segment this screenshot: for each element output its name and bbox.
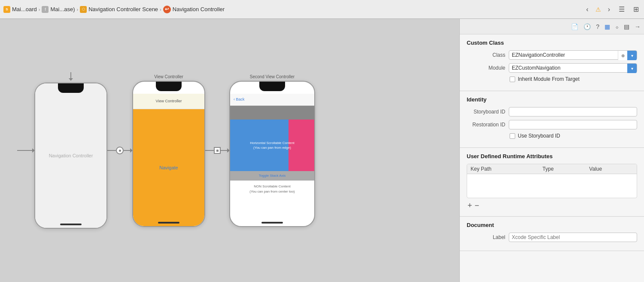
- svc-back-btn: ‹ Back: [234, 97, 245, 101]
- svc-non-scrollable-text: NON Scrollable Content(You can pan from …: [249, 184, 295, 194]
- panel-arrow-btn[interactable]: →: [635, 23, 641, 30]
- breadcrumb-scene-label: Navigation Controller Scene: [88, 6, 158, 12]
- module-input[interactable]: EZCustomNavigation ▾: [509, 63, 637, 73]
- module-field-row: Module EZCustomNavigation ▾: [467, 63, 637, 73]
- restoration-id-input[interactable]: [509, 120, 637, 129]
- vc-nav-bar: View Controller: [133, 94, 204, 109]
- inherit-checkbox[interactable]: [510, 77, 515, 82]
- conn-circle-1: [116, 147, 124, 154]
- module-label: Module: [467, 65, 505, 71]
- attr-table-area: Key Path Type Value: [467, 164, 637, 198]
- nav-controller-wrapper: Navigation Controller: [34, 72, 107, 229]
- document-title: Document: [467, 222, 637, 228]
- class-label: Class: [467, 52, 505, 58]
- identity-section: Identity Storyboard ID Restoration ID Us…: [460, 91, 644, 148]
- document-label-row: Label: [467, 233, 637, 242]
- storyboard-id-row: Storyboard ID: [467, 107, 637, 116]
- prev-button[interactable]: ‹: [584, 5, 590, 14]
- custom-class-title: Custom Class: [467, 40, 637, 46]
- class-field-row: Class EZNavigationController ⊕ ▾: [467, 50, 637, 60]
- add-editor-button[interactable]: ⊞: [632, 4, 641, 14]
- use-storyboard-checkbox[interactable]: [510, 133, 515, 139]
- user-defined-section: User Defined Runtime Attributes Key Path…: [460, 148, 644, 217]
- panel-slider-btn[interactable]: ▤: [624, 23, 629, 30]
- svc-gray-bar: [230, 106, 314, 120]
- panel-file-btn[interactable]: 📄: [571, 23, 578, 30]
- nav-icon: ↩: [163, 6, 171, 13]
- warning-icon: ⚠: [595, 6, 601, 13]
- scene-icon: ⬡: [80, 6, 87, 13]
- right-panel: 📄 🕐 ? ▦ ⬦ ▤ → Custom Class Class EZNavig…: [459, 19, 644, 282]
- class-dropdown-btn[interactable]: ▾: [627, 51, 637, 60]
- use-storyboard-label: Use Storyboard ID: [518, 133, 560, 139]
- main-toolbar: S Mai...oard › f Mai...ase) › ⬡ Navigati…: [0, 0, 644, 19]
- remove-attribute-btn[interactable]: −: [474, 202, 480, 209]
- breadcrumb-nav-label: Navigation Controller: [173, 6, 225, 12]
- col-value: Value: [586, 164, 637, 174]
- class-info-btn[interactable]: ⊕: [618, 51, 627, 60]
- attr-table: Key Path Type Value: [467, 164, 637, 174]
- document-label-label: Label: [467, 234, 505, 240]
- breadcrumb: S Mai...oard › f Mai...ase) › ⬡ Navigati…: [3, 6, 584, 13]
- vc-phone-label: View Controller: [154, 74, 183, 79]
- svc-body: Horizontal Scrollable Content(You can pa…: [230, 106, 314, 226]
- document-label-input[interactable]: [509, 233, 637, 242]
- storyboard-id-input[interactable]: [509, 107, 637, 116]
- nav-controller-label: Navigation Controller: [49, 153, 93, 158]
- second-vc-wrapper: Second View Controller ‹ Back Horizontal…: [229, 74, 315, 227]
- col-keypath: Key Path: [467, 164, 539, 174]
- storyboard-id-label: Storyboard ID: [467, 109, 505, 115]
- home-bar-3: [261, 222, 283, 224]
- add-attribute-btn[interactable]: +: [467, 202, 473, 209]
- panel-pin-btn[interactable]: ⬦: [615, 23, 619, 30]
- file-icon: f: [42, 6, 49, 13]
- home-bar-2: [158, 222, 179, 224]
- breadcrumb-sep-3: ›: [160, 7, 161, 12]
- canvas[interactable]: Navigation Controller View Controller Vi…: [0, 19, 459, 282]
- phone-notch-1: [58, 83, 84, 93]
- svc-content: ‹ Back Horizontal Scrollable Content(You…: [230, 94, 314, 226]
- class-value: EZNavigationController: [512, 52, 565, 58]
- panel-identity-btn[interactable]: ▦: [605, 23, 610, 30]
- panel-help-btn[interactable]: ?: [596, 23, 599, 30]
- panel-clock-btn[interactable]: 🕐: [583, 23, 591, 30]
- vc-content: View Controller Navigate: [133, 94, 204, 226]
- svc-colored-section: Horizontal Scrollable Content(You can pa…: [230, 120, 314, 171]
- breadcrumb-item-scene[interactable]: ⬡ Navigation Controller Scene: [80, 6, 158, 13]
- main-area: Navigation Controller View Controller Vi…: [0, 19, 644, 282]
- nav-controller-phone[interactable]: Navigation Controller: [34, 83, 107, 229]
- breadcrumb-item-file[interactable]: f Mai...ase): [42, 6, 75, 13]
- menu-button[interactable]: ☰: [617, 4, 626, 14]
- conn-square-2: [214, 147, 221, 154]
- second-vc-label: Second View Controller: [250, 74, 295, 79]
- nav-phone-content: Navigation Controller: [35, 83, 106, 228]
- user-defined-title: User Defined Runtime Attributes: [467, 153, 637, 159]
- breadcrumb-item-storyboard[interactable]: S Mai...oard: [3, 6, 37, 13]
- connector-2: [205, 147, 229, 154]
- use-storyboard-row: Use Storyboard ID: [510, 133, 637, 139]
- breadcrumb-sep-2: ›: [77, 7, 79, 12]
- restoration-id-label: Restoration ID: [467, 122, 505, 128]
- view-controller-wrapper: View Controller View Controller Navigate: [132, 74, 205, 227]
- storyboard-icon: S: [3, 6, 10, 13]
- breadcrumb-storyboard-label: Mai...oard: [12, 6, 37, 12]
- svc-nav-bar: ‹ Back: [230, 94, 314, 106]
- vc-phone[interactable]: View Controller Navigate: [132, 81, 205, 227]
- panel-toolbar: 📄 🕐 ? ▦ ⬦ ▤ →: [460, 19, 644, 34]
- module-dropdown-btn[interactable]: ▾: [627, 64, 637, 73]
- second-vc-phone[interactable]: ‹ Back Horizontal Scrollable Content(You…: [229, 81, 315, 227]
- inherit-label: Inherit Module From Target: [518, 76, 580, 82]
- inherit-module-row: Inherit Module From Target: [510, 76, 637, 82]
- connector-1: [107, 147, 132, 154]
- navigate-label: Navigate: [159, 165, 178, 170]
- entry-arrow: [17, 150, 34, 151]
- phone-notch-3: [259, 82, 285, 91]
- document-section: Document Label: [460, 217, 644, 251]
- restoration-id-row: Restoration ID: [467, 120, 637, 129]
- class-input[interactable]: EZNavigationController ⊕ ▾: [509, 50, 637, 60]
- breadcrumb-item-nav[interactable]: ↩ Navigation Controller: [163, 6, 225, 13]
- next-button[interactable]: ›: [606, 5, 612, 14]
- phone-notch-2: [156, 82, 182, 91]
- add-remove-row: + −: [467, 198, 637, 211]
- vc-body: Navigate: [133, 109, 204, 226]
